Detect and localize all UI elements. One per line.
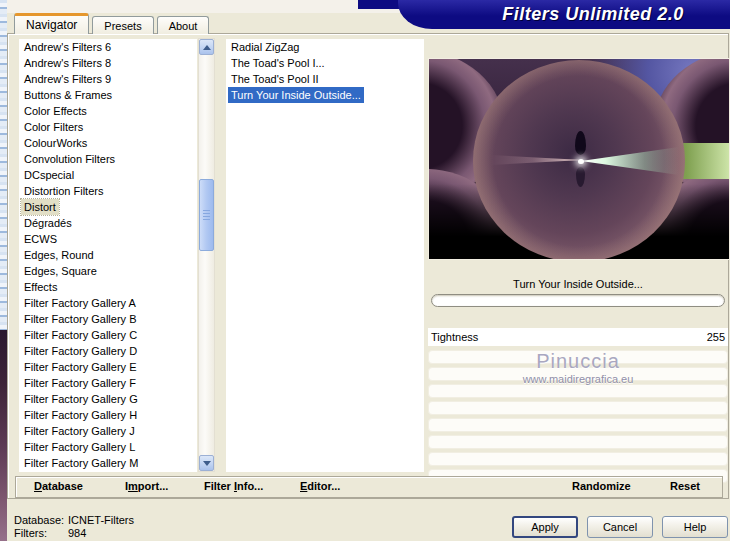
category-list-item[interactable]: Filter Factory Gallery E bbox=[21, 359, 139, 375]
category-list-item[interactable]: Filter Factory Gallery L bbox=[21, 439, 138, 455]
category-list-item[interactable]: Andrew's Filters 9 bbox=[21, 71, 114, 87]
scrollbar-thumb[interactable] bbox=[199, 179, 214, 251]
import-button[interactable]: Import... bbox=[125, 480, 168, 492]
filter-list-item[interactable]: Turn Your Inside Outside... bbox=[228, 87, 364, 103]
arrow-up-icon bbox=[203, 45, 211, 50]
category-list-item[interactable]: Andrew's Filters 6 bbox=[21, 39, 114, 55]
background-strip bbox=[0, 0, 7, 541]
filters-unlimited-dialog: Filters Unlimited 2.0 NavigatorPresetsAb… bbox=[0, 0, 730, 541]
status-row: Database: ICNET-Filters bbox=[14, 514, 134, 527]
tab[interactable]: Presets bbox=[92, 16, 153, 34]
category-list-item[interactable]: Color Filters bbox=[21, 119, 86, 135]
background-strip-bottom bbox=[0, 330, 7, 541]
category-list-item[interactable]: Filter Factory Gallery J bbox=[21, 423, 138, 439]
parameter-row-empty bbox=[428, 418, 728, 432]
status-value: ICNET-Filters bbox=[68, 514, 134, 527]
parameter-panel: Tightness 255 bbox=[428, 328, 728, 486]
filter-caption: Turn Your Inside Outside... bbox=[428, 278, 728, 290]
category-list-item[interactable]: Color Effects bbox=[21, 103, 90, 119]
help-button[interactable]: Help bbox=[662, 516, 728, 538]
parameter-row-empty bbox=[428, 367, 728, 381]
filter-list-item[interactable]: Radial ZigZag bbox=[228, 39, 302, 55]
arrow-down-icon bbox=[203, 461, 211, 466]
category-list-item[interactable]: Distortion Filters bbox=[21, 183, 106, 199]
editor-button[interactable]: Editor... bbox=[300, 480, 340, 492]
tab[interactable]: Navigator bbox=[14, 13, 89, 34]
category-list-item[interactable]: Filter Factory Gallery G bbox=[21, 391, 141, 407]
category-list-item[interactable]: Filter Factory Gallery B bbox=[21, 311, 139, 327]
category-list-item[interactable]: Edges, Round bbox=[21, 247, 97, 263]
category-list-item[interactable]: ColourWorks bbox=[21, 135, 90, 151]
parameter-row-empty bbox=[428, 384, 728, 398]
status-label: Database: bbox=[14, 514, 68, 527]
preview-image bbox=[428, 58, 730, 260]
category-list-item[interactable]: DCspecial bbox=[21, 167, 77, 183]
parameter-value: 255 bbox=[707, 331, 725, 343]
category-list-item[interactable]: Filter Factory Gallery D bbox=[21, 343, 140, 359]
parameter-row-empty bbox=[428, 452, 728, 466]
category-list-item[interactable]: Distort bbox=[21, 199, 59, 215]
category-list-item[interactable]: Filter Factory Gallery H bbox=[21, 407, 140, 423]
cancel-button[interactable]: Cancel bbox=[587, 516, 653, 538]
category-list-item[interactable]: Effects bbox=[21, 279, 60, 295]
status-row: Filters: 984 bbox=[14, 527, 134, 540]
tab-bar: NavigatorPresetsAbout bbox=[14, 13, 212, 34]
parameter-row-empty bbox=[428, 435, 728, 449]
category-list-item[interactable]: Convolution Filters bbox=[21, 151, 118, 167]
category-list-item[interactable]: Filter Factory Gallery C bbox=[21, 327, 140, 343]
scroll-up-button[interactable] bbox=[199, 39, 214, 55]
tab[interactable]: About bbox=[157, 16, 210, 34]
status-label: Filters: bbox=[14, 527, 68, 540]
window-title: Filters Unlimited 2.0 bbox=[502, 4, 684, 25]
category-list-item[interactable]: Andrew's Filters 8 bbox=[21, 55, 114, 71]
parameter-row: Tightness 255 bbox=[428, 328, 728, 346]
reset-button[interactable]: Reset bbox=[670, 480, 700, 492]
filter-list[interactable]: Radial ZigZagThe Toad's Pool I...The Toa… bbox=[226, 39, 424, 472]
database-button[interactable]: Database bbox=[34, 480, 83, 492]
scroll-down-button[interactable] bbox=[199, 455, 214, 471]
apply-button[interactable]: Apply bbox=[512, 516, 578, 538]
menu-toolbar: Database Import... Filter Info... Editor… bbox=[15, 476, 723, 498]
filter-info-button[interactable]: Filter Info... bbox=[204, 480, 263, 492]
navigator-panel: Andrew's Filters 6Andrew's Filters 8Andr… bbox=[7, 33, 729, 499]
category-list[interactable]: Andrew's Filters 6Andrew's Filters 8Andr… bbox=[19, 39, 197, 472]
category-list-item[interactable]: Edges, Square bbox=[21, 263, 100, 279]
category-list-item[interactable]: Dégradés bbox=[21, 215, 75, 231]
category-list-item[interactable]: Filter Factory Gallery F bbox=[21, 375, 139, 391]
filter-list-item[interactable]: The Toad's Pool I... bbox=[228, 55, 328, 71]
category-list-item[interactable]: Filter Factory Gallery M bbox=[21, 455, 141, 471]
parameter-row-empty bbox=[428, 401, 728, 415]
category-scrollbar[interactable] bbox=[198, 38, 215, 472]
status-bar: Database: ICNET-Filters Filters: 984 bbox=[14, 514, 134, 540]
action-buttons: Apply Cancel Help bbox=[512, 516, 728, 538]
status-value: 984 bbox=[68, 527, 86, 540]
category-list-item[interactable]: Filter Factory Gallery A bbox=[21, 295, 139, 311]
title-banner: Filters Unlimited 2.0 bbox=[398, 0, 730, 29]
background-strip-top bbox=[0, 0, 7, 330]
parameter-name: Tightness bbox=[431, 331, 478, 343]
parameter-slider[interactable] bbox=[431, 294, 725, 307]
parameter-row-empty bbox=[428, 350, 728, 364]
filter-list-item[interactable]: The Toad's Pool II bbox=[228, 71, 322, 87]
randomize-button[interactable]: Randomize bbox=[572, 480, 631, 492]
category-list-item[interactable]: ECWS bbox=[21, 231, 60, 247]
category-list-item[interactable]: Buttons & Frames bbox=[21, 87, 115, 103]
